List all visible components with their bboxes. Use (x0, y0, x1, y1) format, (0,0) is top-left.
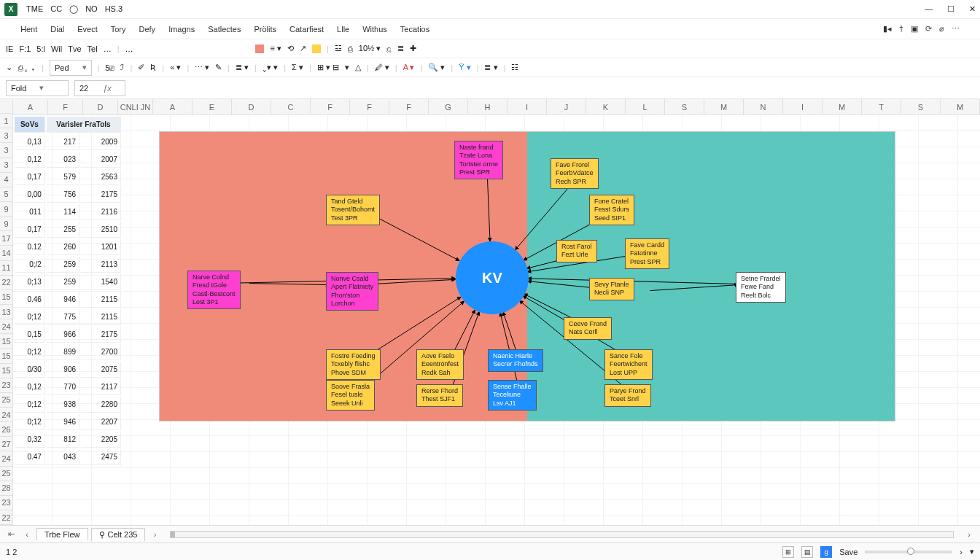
quick-access: TME CC ◯ NO HS.3 (26, 4, 122, 14)
status-bar: 1 2 ⊞ ▤ g Save › ▾ (0, 542, 980, 560)
view-normal-icon[interactable]: ⊞ (782, 546, 794, 558)
menu-item[interactable]: Catarfiest (289, 25, 324, 34)
diagram-node[interactable]: Fave Cardd Fatotinne Prest SPR (625, 238, 669, 269)
diagram-node[interactable]: Setne Frardel Fewe Fand Reelt Bolc (736, 272, 786, 303)
view-grid-icon[interactable]: g (820, 546, 832, 558)
diagram-node[interactable]: Sense Fhalle Teceliune Lsv AJ1 (488, 380, 537, 411)
menu-item[interactable]: Dial (50, 25, 64, 34)
toolbar-row-2: ⌄ ⎙₀ ▾| Ped▾ |5⎚ ℐ|✐Ʀ| « ▾|⋯ ▾✎| ≣ ▾|ˬ▾ … (0, 58, 980, 77)
diagram-node[interactable]: Narve Colnd Fresd tGole Castl-Bestcont L… (187, 271, 241, 309)
status-text: 1 2 (6, 548, 17, 556)
worksheet[interactable]: 1333459917141122151324151515232524262724… (0, 99, 980, 525)
menu-item[interactable]: Defy (139, 25, 156, 34)
column-headers: AFDCNLI JNAEDCFFFGHIJKLSMNIMTSM (13, 99, 980, 115)
menu-item[interactable]: Hent (20, 25, 37, 34)
diagram-node[interactable]: Naenic Hiarle Secrer Fhofnds (488, 349, 543, 372)
box-icon[interactable]: ▣ (911, 24, 918, 34)
diagram-node[interactable]: Rost Farol Fezt Urle (556, 240, 597, 262)
data-table: SoVsVarisler FraTols0,1321720090,1202320… (13, 115, 122, 467)
diagram-node[interactable]: Aove Fselo Eeentrönfest Redk Sah (416, 349, 464, 380)
diagram-node[interactable]: Soove Frasla Fesel tusle Seeek Unli (326, 380, 375, 411)
zoom-in-icon[interactable]: › (960, 548, 962, 556)
diagram-canvas[interactable]: KV Naste frand Tzate Lona Tortster orme … (159, 131, 895, 421)
plus-icon[interactable]: † (899, 24, 903, 34)
menu-item[interactable]: Evect (77, 25, 98, 34)
more-icon[interactable]: ⋯ (952, 24, 960, 34)
diagram-node[interactable]: Sevy Ftanle Necli SNP (589, 278, 634, 300)
tab-first[interactable]: ⇤ (4, 529, 18, 539)
diagram-node[interactable]: Fostre Foeding Tcxebly flishc Phove SDM (326, 349, 381, 380)
menu-item[interactable]: Tecatios (400, 25, 429, 34)
right-icons: ▮◂ † ▣ ⟳ ⌀ ⋯ (883, 24, 960, 34)
diagram-node[interactable]: Fone Cratel Fesst Sdurs Seed SIP1 (589, 195, 634, 225)
diagram-node[interactable]: Tand Gteld Tosent/Bohomt Test 3PR (326, 195, 380, 225)
save-button[interactable]: Save (839, 548, 858, 556)
diagram-node[interactable]: Naste frand Tzate Lona Tortster orme Pre… (454, 141, 503, 179)
minimize-button[interactable]: — (925, 4, 933, 14)
link-icon[interactable]: ⌀ (939, 24, 944, 34)
scroll-right[interactable]: › (962, 530, 976, 539)
hub-circle[interactable]: KV (456, 241, 529, 314)
diagram-node[interactable]: Rerse Fhord Thest SJF1 (416, 384, 463, 407)
menu-item[interactable]: Withus (362, 25, 387, 34)
diagram-node[interactable]: Ceeve Frond Nats Cerll (564, 317, 612, 340)
close-button[interactable]: ✕ (969, 4, 976, 14)
menu-item[interactable]: Tory (111, 25, 126, 34)
menu-item[interactable]: Satlectes (208, 25, 241, 34)
diagram-node[interactable]: Fave Frorel FeerbVdatce Rech SPR (551, 158, 599, 189)
diagram-node[interactable]: Sance Fole Feertwichent Lost UPP (604, 349, 653, 380)
row-headers: 1333459917141122151324151515232524262724… (0, 99, 13, 525)
menu-item[interactable]: Prölits (254, 25, 276, 34)
tab-next[interactable]: › (148, 530, 161, 539)
diagram-node[interactable]: Parye Frond Tceet Snrl (604, 384, 651, 407)
app-icon: X (4, 3, 18, 16)
flag-icon[interactable]: ▮◂ (883, 24, 892, 34)
diagram-node[interactable]: Nonve Csald Apert Flatniety Fhon'ston Lo… (326, 272, 378, 311)
sheet-tab[interactable]: Trbe Flew (36, 528, 88, 540)
title-bar: X TME CC ◯ NO HS.3 — ☐ ✕ (0, 0, 980, 19)
sheet-tab[interactable]: ⚲Celt 235 (91, 528, 146, 541)
horizontal-scrollbar[interactable] (170, 531, 954, 538)
toolbar-row-1: IEF:15:l WilTveTel … |… ≡ ▾⟲↗ |☳⎙10½ ▾⎌≣… (0, 39, 980, 58)
fill-swatch[interactable] (255, 44, 264, 53)
tab-prev[interactable]: ‹ (20, 530, 34, 539)
formula-bar: Fold▾ 22ƒx (0, 77, 980, 99)
formula-input[interactable]: 22ƒx (74, 80, 125, 96)
cell-combo[interactable]: Ped▾ (50, 60, 92, 76)
sheet-tab-bar: ⇤ ‹ Trbe Flew ⚲Celt 235 › › (0, 525, 980, 542)
maximize-button[interactable]: ☐ (947, 4, 954, 14)
refresh-icon[interactable]: ⟳ (925, 24, 932, 34)
menu-item[interactable]: Llle (337, 25, 349, 34)
zoom-slider[interactable] (865, 551, 952, 553)
menu-item[interactable]: Imagns (168, 25, 195, 34)
name-box[interactable]: Fold▾ (6, 80, 69, 96)
menu-bar: Hent Dial Evect Tory Defy Imagns Satlect… (0, 19, 980, 39)
view-page-icon[interactable]: ▤ (801, 546, 813, 558)
